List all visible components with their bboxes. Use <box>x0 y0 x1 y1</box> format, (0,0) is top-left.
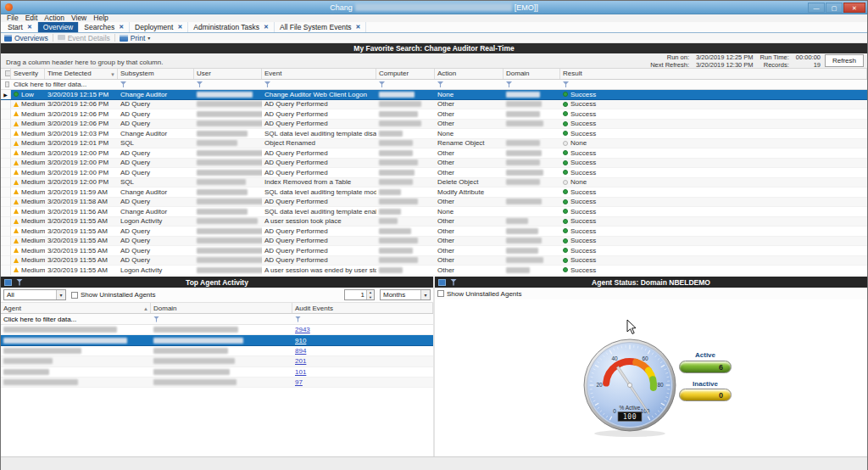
filter-funnel-icon[interactable] <box>563 81 569 87</box>
audit-events-link[interactable]: 97 <box>295 378 303 386</box>
subsystem-cell: AD Query <box>118 256 194 266</box>
computer-cell <box>376 178 435 187</box>
spinner-icon[interactable]: ▲▼ <box>366 290 374 299</box>
select-all-icon <box>5 70 11 76</box>
grid-row[interactable]: Medium3/20/2019 12:06 PMAD QueryAD Query… <box>1 109 867 120</box>
tab-close-icon[interactable]: ✕ <box>356 24 361 31</box>
audit-events-link[interactable]: 2943 <box>295 326 310 333</box>
grid-row[interactable]: Medium3/20/2019 12:00 PMAD QueryAD Query… <box>1 148 867 159</box>
menu-action[interactable]: Action <box>41 14 68 22</box>
column-header-severity[interactable]: Severity <box>11 69 45 79</box>
menu-help[interactable]: Help <box>90 14 111 22</box>
column-header-subsystem[interactable]: Subsystem <box>118 69 194 79</box>
grid-row[interactable]: Medium3/20/2019 11:55 AMAD QueryAD Query… <box>1 256 867 266</box>
agent-row[interactable]: 201 <box>1 356 433 366</box>
audit-events-link[interactable]: 101 <box>295 368 306 376</box>
period-value-input[interactable]: 1 ▲▼ <box>344 289 375 300</box>
export-icon[interactable] <box>438 279 446 286</box>
tab-start[interactable]: Start✕ <box>3 22 38 32</box>
filter-funnel-icon[interactable] <box>153 316 159 322</box>
filter-funnel-icon[interactable] <box>437 81 443 87</box>
tab-close-icon[interactable]: ✕ <box>264 24 269 31</box>
select-all-cell[interactable] <box>1 69 11 79</box>
grid-row[interactable]: Medium3/20/2019 11:58 AMAD QueryAD Query… <box>1 198 867 208</box>
agent-row[interactable]: 894 <box>1 346 433 356</box>
grid-row[interactable]: Medium3/20/2019 12:00 PMSQLIndex Removed… <box>1 178 867 188</box>
grid-row[interactable]: Medium3/20/2019 12:03 PMChange AuditorSQ… <box>1 129 867 139</box>
inactive-count-indicator[interactable]: 0 <box>679 389 732 401</box>
agent-row[interactable]: 97 <box>1 378 433 388</box>
tab-all-file-system-events[interactable]: All File System Events✕ <box>275 22 366 32</box>
grid-row[interactable]: ▶Low3/20/2019 12:15 PMChange AuditorChan… <box>1 90 867 100</box>
filter-funnel-icon[interactable] <box>506 81 512 87</box>
redacted-domain <box>506 248 538 254</box>
filter-funnel-icon[interactable] <box>379 81 385 87</box>
agent-column-header-agent[interactable]: Agent▲ <box>1 303 151 313</box>
active-count-indicator[interactable]: 6 <box>679 361 732 373</box>
filter-funnel-icon[interactable] <box>197 81 203 87</box>
refresh-button[interactable]: Refresh <box>825 54 864 67</box>
menu-file[interactable]: File <box>3 14 22 22</box>
grid-row[interactable]: Medium3/20/2019 11:55 AMAD QueryAD Query… <box>1 246 867 256</box>
filter-funnel-icon[interactable] <box>120 81 126 87</box>
grid-row[interactable]: Medium3/20/2019 12:06 PMAD QueryAD Query… <box>1 120 867 130</box>
redacted-user <box>197 209 248 215</box>
tab-administration-tasks[interactable]: Administration Tasks✕ <box>188 22 275 32</box>
audit-events-link[interactable]: 894 <box>295 347 306 355</box>
grid-row[interactable]: Medium3/20/2019 12:06 PMAD QueryAD Query… <box>1 100 867 110</box>
agent-filter-value: All <box>7 291 14 299</box>
column-header-time-detected[interactable]: Time Detected▼ <box>45 69 118 79</box>
agent-column-header-domain[interactable]: Domain <box>151 303 292 313</box>
menu-view[interactable]: View <box>68 14 90 22</box>
filter-funnel-icon[interactable] <box>264 81 270 87</box>
time-detected-cell: 3/20/2019 12:01 PM <box>45 139 118 148</box>
show-uninstalled-checkbox[interactable]: Show Uninstalled Agents <box>71 291 156 299</box>
tab-close-icon[interactable]: ✕ <box>177 24 182 31</box>
tab-deployment[interactable]: Deployment✕ <box>130 22 188 32</box>
overviews-button[interactable]: Overviews <box>4 34 48 42</box>
menu-edit[interactable]: Edit <box>22 14 42 22</box>
agent-row[interactable]: 910 <box>1 335 433 345</box>
agent-row[interactable]: 101 <box>1 367 433 378</box>
agent-column-header-audit-events[interactable]: Audit Events <box>292 303 433 313</box>
grid-row[interactable]: Medium3/20/2019 11:55 AMLogon ActivityA … <box>1 217 867 227</box>
period-unit-select[interactable]: Months ▾ <box>380 289 431 300</box>
column-header-event[interactable]: Event <box>262 69 376 79</box>
tab-close-icon[interactable]: ✕ <box>119 24 124 31</box>
minimize-button[interactable]: — <box>808 3 825 13</box>
computer-cell <box>376 100 435 109</box>
audit-events-link[interactable]: 201 <box>295 357 306 365</box>
column-header-user[interactable]: User <box>194 69 262 79</box>
export-icon[interactable] <box>4 279 12 286</box>
audit-events-link[interactable]: 910 <box>295 337 306 344</box>
grid-row[interactable]: Medium3/20/2019 11:55 AMLogon ActivityA … <box>1 266 867 276</box>
tab-close-icon[interactable]: ✕ <box>27 24 32 31</box>
grid-row[interactable]: Medium3/20/2019 12:00 PMAD QueryAD Query… <box>1 159 867 169</box>
toolbar-separator <box>53 34 53 42</box>
grid-row[interactable]: Medium3/20/2019 12:00 PMAD QueryAD Query… <box>1 168 867 178</box>
computer-cell <box>376 227 435 236</box>
column-header-domain[interactable]: Domain <box>504 69 560 79</box>
column-header-computer[interactable]: Computer <box>376 69 435 79</box>
grid-row[interactable]: Medium3/20/2019 11:55 AMAD QueryAD Query… <box>1 227 867 237</box>
agent-filter-input[interactable]: Click here to filter data... <box>1 314 151 324</box>
grid-row[interactable]: Medium3/20/2019 12:01 PMSQLObject Rename… <box>1 139 867 149</box>
agent-row[interactable]: 2943 <box>1 325 433 335</box>
agent-filter-select[interactable]: All ▾ <box>3 289 66 300</box>
filter-input[interactable]: Click here to filter data... <box>11 80 118 89</box>
column-header-result[interactable]: Result <box>560 69 867 79</box>
grid-row[interactable]: Medium3/20/2019 11:59 AMChange AuditorSQ… <box>1 187 867 198</box>
print-button[interactable]: Print ▾ <box>120 34 151 42</box>
event-details-button[interactable]: Event Details <box>58 34 110 42</box>
close-button[interactable]: ✕ <box>843 3 865 13</box>
grid-row[interactable]: Medium3/20/2019 11:56 AMChange AuditorSQ… <box>1 207 867 217</box>
tab-searches[interactable]: Searches✕ <box>79 22 130 32</box>
filter-funnel-icon[interactable] <box>295 316 301 322</box>
column-header-action[interactable]: Action <box>435 69 504 79</box>
grid-row[interactable]: Medium3/20/2019 11:55 AMAD QueryAD Query… <box>1 237 867 247</box>
show-uninstalled-checkbox[interactable]: Show Uninstalled Agents <box>437 290 522 298</box>
subsystem-cell: AD Query <box>118 227 194 236</box>
computer-cell <box>376 187 435 197</box>
tab-overview[interactable]: Overview <box>38 22 79 32</box>
maximize-button[interactable]: ▢ <box>826 3 843 13</box>
